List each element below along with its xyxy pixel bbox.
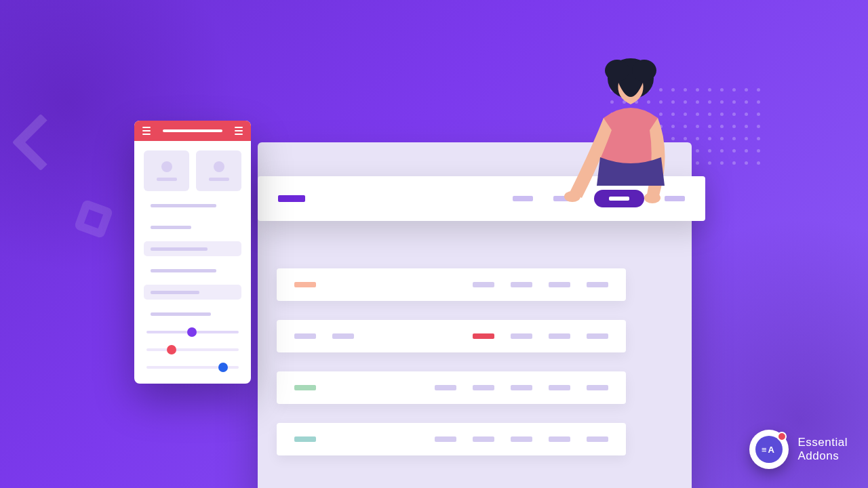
table-row[interactable] (277, 268, 626, 301)
row-cell (332, 333, 354, 339)
row-accent (294, 436, 316, 442)
option-row[interactable] (144, 241, 241, 256)
row-cell (473, 436, 494, 442)
svg-point-2 (632, 60, 656, 81)
person-illustration (563, 50, 698, 213)
svg-point-1 (605, 60, 629, 81)
widget-label (157, 178, 177, 181)
widget-icon (214, 161, 224, 172)
row-cell (549, 385, 570, 390)
row-cell (473, 385, 494, 390)
table-row[interactable] (277, 423, 626, 455)
row-cell (435, 436, 456, 442)
row-accent (473, 333, 494, 339)
row-cell (587, 333, 608, 339)
nav-item[interactable] (513, 196, 533, 201)
row-cell (549, 436, 570, 442)
settings-icon[interactable] (235, 127, 243, 135)
widget-label (209, 178, 229, 181)
table-row[interactable] (277, 371, 626, 404)
row-cell (549, 333, 570, 339)
row-cell (587, 282, 608, 287)
nav-brand-mark (278, 195, 305, 202)
svg-point-3 (564, 191, 580, 202)
slider-control[interactable] (146, 331, 239, 333)
slider-thumb[interactable] (218, 363, 228, 372)
option-row[interactable] (144, 220, 241, 235)
option-row[interactable] (144, 306, 241, 321)
row-cell (549, 282, 570, 287)
row-cell (294, 333, 316, 339)
data-rows (277, 268, 626, 455)
brand-name-line2: Addons (798, 449, 848, 463)
option-row[interactable] (144, 263, 241, 278)
option-row[interactable] (144, 285, 241, 300)
table-row[interactable] (277, 320, 626, 352)
svg-point-4 (644, 192, 660, 203)
slider-thumb[interactable] (187, 327, 197, 337)
row-cell (473, 282, 494, 287)
menu-icon[interactable] (142, 127, 151, 135)
brand-logo: ≡A (749, 430, 789, 469)
brand-name-line1: Essential (798, 436, 848, 449)
row-cell (511, 385, 532, 390)
row-accent (294, 385, 316, 390)
sidebar-title-bar (163, 129, 222, 132)
row-cell (435, 385, 456, 390)
row-cell (587, 385, 608, 390)
slider-control[interactable] (146, 366, 239, 369)
widget-icon (161, 161, 172, 172)
sidebar-options (134, 198, 251, 321)
row-cell (511, 282, 532, 287)
row-cell (511, 436, 532, 442)
editor-sidebar (134, 121, 251, 384)
slider-control[interactable] (146, 348, 239, 351)
row-cell (511, 333, 532, 339)
row-cell (587, 436, 608, 442)
widget-tile[interactable] (144, 150, 189, 191)
sidebar-header (134, 121, 251, 141)
slider-thumb[interactable] (167, 345, 176, 354)
row-accent (294, 282, 316, 287)
brand-badge: ≡A Essential Addons (749, 430, 848, 469)
notification-dot-icon (777, 432, 787, 441)
option-row[interactable] (144, 198, 241, 213)
widget-tile[interactable] (196, 150, 241, 191)
